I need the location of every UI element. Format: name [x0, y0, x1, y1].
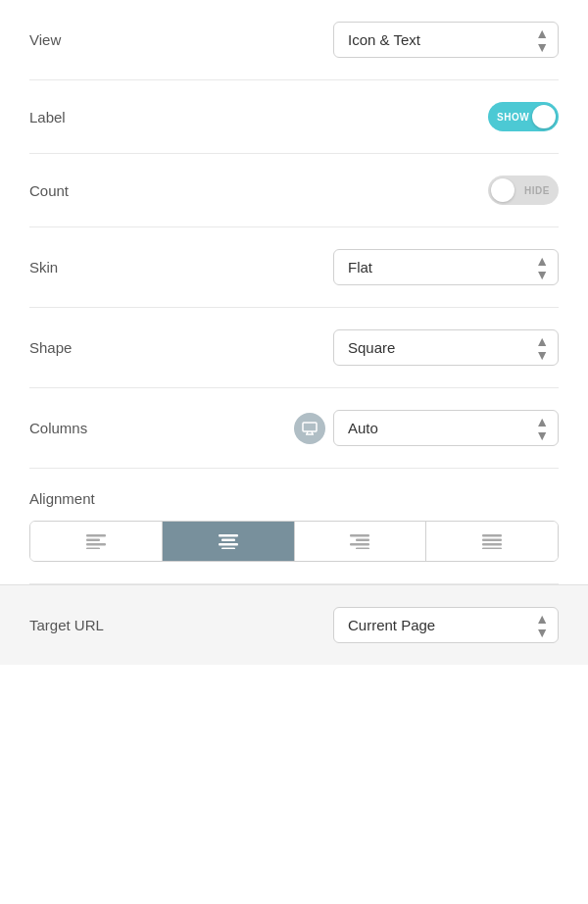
svg-rect-17 — [482, 539, 502, 542]
alignment-buttons — [29, 521, 559, 562]
label-toggle-slider: SHOW — [488, 102, 559, 131]
align-left-icon — [86, 533, 106, 549]
count-toggle[interactable]: HIDE — [488, 176, 559, 205]
monitor-svg — [302, 422, 318, 435]
svg-rect-18 — [482, 543, 502, 546]
align-right-button[interactable] — [295, 522, 427, 561]
svg-rect-0 — [303, 423, 317, 431]
shape-row: Shape Square Circle Rounded ▲ ▼ — [29, 308, 559, 388]
settings-panel: View Icon & Text Icon Only Text Only ▲ ▼… — [0, 0, 588, 584]
columns-select-wrapper: Auto 1 2 3 4 ▲ ▼ — [333, 410, 559, 446]
align-right-icon — [350, 533, 369, 549]
svg-rect-10 — [219, 543, 238, 546]
target-url-label: Target URL — [29, 617, 104, 633]
view-label: View — [29, 31, 61, 48]
align-justify-icon — [482, 533, 502, 549]
count-toggle-off-text: HIDE — [524, 185, 550, 196]
label-toggle-on-text: SHOW — [497, 112, 529, 123]
target-url-section: Target URL Current Page Custom URL None … — [0, 584, 588, 665]
label-label: Label — [29, 109, 66, 126]
align-center-button[interactable] — [163, 522, 295, 561]
label-toggle-knob — [532, 105, 556, 128]
count-toggle-knob — [491, 178, 514, 202]
svg-rect-8 — [219, 534, 238, 537]
target-url-select-wrapper: Current Page Custom URL None ▲ ▼ — [333, 607, 559, 643]
count-toggle-wrapper: HIDE — [488, 176, 559, 205]
svg-rect-4 — [86, 534, 106, 537]
columns-right: Auto 1 2 3 4 ▲ ▼ — [294, 410, 559, 446]
skin-select[interactable]: Flat Boxed Rounded — [333, 249, 559, 285]
align-center-icon — [219, 533, 238, 549]
view-select-wrapper: Icon & Text Icon Only Text Only ▲ ▼ — [333, 22, 559, 58]
alignment-row: Alignment — [29, 469, 559, 584]
svg-rect-13 — [356, 539, 369, 542]
skin-label: Skin — [29, 259, 58, 276]
columns-row: Columns Auto 1 2 3 4 ▲ — [29, 388, 559, 469]
svg-rect-11 — [221, 548, 235, 550]
align-left-button[interactable] — [30, 522, 163, 561]
shape-select-wrapper: Square Circle Rounded ▲ ▼ — [333, 329, 559, 366]
alignment-label: Alignment — [29, 490, 95, 507]
count-label: Count — [29, 182, 69, 199]
svg-rect-15 — [356, 548, 369, 550]
svg-rect-12 — [350, 534, 369, 537]
skin-select-wrapper: Flat Boxed Rounded ▲ ▼ — [333, 249, 559, 285]
align-justify-button[interactable] — [426, 522, 558, 561]
svg-rect-5 — [86, 539, 100, 542]
label-toggle[interactable]: SHOW — [488, 102, 559, 131]
device-monitor-icon — [294, 413, 325, 444]
shape-select[interactable]: Square Circle Rounded — [333, 329, 559, 366]
count-toggle-slider: HIDE — [488, 176, 559, 205]
view-select[interactable]: Icon & Text Icon Only Text Only — [333, 22, 559, 58]
columns-label: Columns — [29, 420, 87, 436]
svg-rect-16 — [482, 534, 502, 537]
columns-select[interactable]: Auto 1 2 3 4 — [333, 410, 559, 446]
svg-rect-7 — [86, 548, 100, 550]
view-row: View Icon & Text Icon Only Text Only ▲ ▼ — [29, 0, 559, 80]
count-row: Count HIDE — [29, 154, 559, 227]
svg-rect-14 — [350, 543, 369, 546]
target-url-select[interactable]: Current Page Custom URL None — [333, 607, 559, 643]
svg-rect-6 — [86, 543, 106, 546]
svg-rect-9 — [221, 539, 235, 542]
label-toggle-wrapper: SHOW — [488, 102, 559, 131]
skin-row: Skin Flat Boxed Rounded ▲ ▼ — [29, 227, 559, 308]
label-row: Label SHOW — [29, 80, 559, 154]
shape-label: Shape — [29, 339, 72, 356]
svg-rect-19 — [482, 548, 502, 550]
